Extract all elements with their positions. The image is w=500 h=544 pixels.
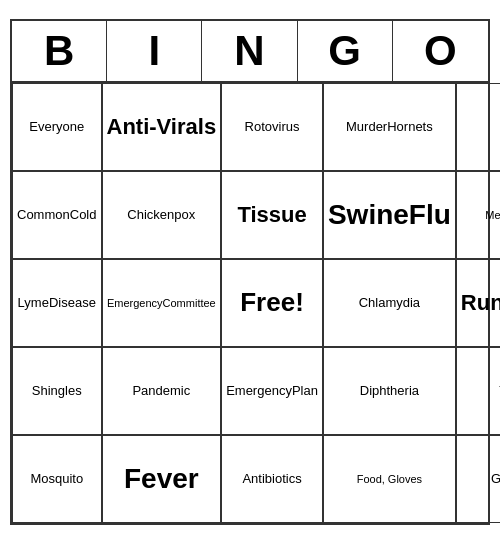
bingo-cell-15: Shingles [12, 347, 102, 435]
bingo-cell-11: EmergencyCommittee [102, 259, 222, 347]
bingo-cell-4: Droplet [456, 83, 500, 171]
bingo-cell-6: Chickenpox [102, 171, 222, 259]
bingo-cell-1: Anti-Virals [102, 83, 222, 171]
bingo-header: BINGO [12, 21, 488, 83]
bingo-cell-0: Everyone [12, 83, 102, 171]
bingo-grid: EveryoneAnti-ViralsRotovirusMurderHornet… [12, 83, 488, 523]
bingo-cell-22: Antibiotics [221, 435, 323, 523]
bingo-cell-10: LymeDisease [12, 259, 102, 347]
bingo-cell-16: Pandemic [102, 347, 222, 435]
bingo-cell-2: Rotovirus [221, 83, 323, 171]
header-letter-N: N [202, 21, 297, 81]
header-letter-I: I [107, 21, 202, 81]
header-letter-O: O [393, 21, 488, 81]
bingo-cell-18: Diphtheria [323, 347, 456, 435]
bingo-cell-7: Tissue [221, 171, 323, 259]
bingo-card: BINGO EveryoneAnti-ViralsRotovirusMurder… [10, 19, 490, 525]
bingo-cell-12: Free! [221, 259, 323, 347]
bingo-cell-19: Typhoid [456, 347, 500, 435]
bingo-cell-23: Food, Gloves [323, 435, 456, 523]
header-letter-G: G [298, 21, 393, 81]
bingo-cell-8: SwineFlu [323, 171, 456, 259]
bingo-cell-13: Chlamydia [323, 259, 456, 347]
bingo-cell-5: CommonCold [12, 171, 102, 259]
bingo-cell-21: Fever [102, 435, 222, 523]
header-letter-B: B [12, 21, 107, 81]
bingo-cell-14: RunnyNose [456, 259, 500, 347]
bingo-cell-24: Gonorrhea [456, 435, 500, 523]
bingo-cell-17: EmergencyPlan [221, 347, 323, 435]
bingo-cell-9: Meningococcal [456, 171, 500, 259]
bingo-cell-3: MurderHornets [323, 83, 456, 171]
bingo-cell-20: Mosquito [12, 435, 102, 523]
